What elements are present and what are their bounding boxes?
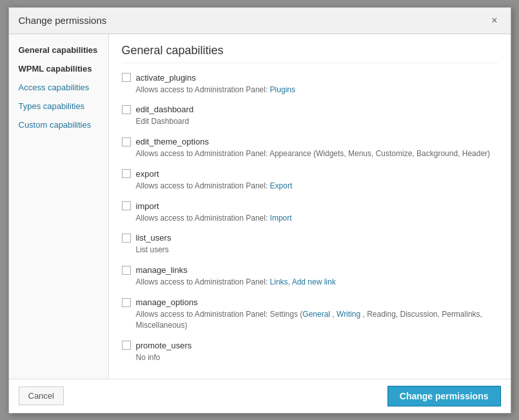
capability-manage-options: manage_options Allows access to Administ… — [122, 297, 498, 331]
capability-name-activate-plugins: activate_plugins — [136, 73, 196, 83]
sidebar: General capabilities WPML capabilities A… — [9, 34, 109, 379]
capability-name-manage-options: manage_options — [136, 297, 198, 307]
close-button[interactable]: × — [488, 14, 500, 27]
capability-desc-edit-dashboard: Edit Dashboard — [122, 116, 498, 127]
capability-desc-manage-options: Allows access to Administration Panel: S… — [122, 309, 498, 331]
capability-desc-edit-theme-options: Allows access to Administration Panel: A… — [122, 148, 498, 159]
capability-desc-activate-plugins: Allows access to Administration Panel: P… — [122, 85, 498, 95]
modal-overlay: Change permissions × General capabilitie… — [0, 0, 519, 420]
sidebar-item-general[interactable]: General capabilities — [9, 41, 108, 59]
capability-export: export Allows access to Administration P… — [122, 169, 498, 192]
desc-link-import: Import — [270, 214, 292, 223]
capability-desc-list-users: List users — [122, 245, 498, 255]
capability-promote-users: promote_users No info — [122, 341, 498, 363]
sidebar-item-access[interactable]: Access capabilities — [9, 78, 108, 97]
change-permissions-button[interactable]: Change permissions — [387, 386, 501, 406]
capability-import: import Allows access to Administration P… — [122, 201, 498, 224]
capability-desc-export: Allows access to Administration Panel: E… — [122, 181, 498, 192]
modal-header: Change permissions × — [9, 8, 511, 34]
desc-link-general: General — [302, 310, 330, 319]
desc-link-writing: Writing — [337, 310, 360, 319]
modal-body: General capabilities WPML capabilities A… — [9, 34, 511, 379]
checkbox-edit-theme-options[interactable] — [122, 137, 131, 146]
desc-link-export: Export — [270, 181, 293, 190]
modal-footer: Cancel Change permissions — [9, 379, 511, 413]
sidebar-item-wpml[interactable]: WPML capabilities — [9, 59, 108, 78]
desc-link-manage-links: Links, Add new link — [270, 277, 336, 286]
capability-desc-import: Allows access to Administration Panel: I… — [122, 213, 498, 224]
capability-edit-theme-options: edit_theme_options Allows access to Admi… — [122, 137, 498, 159]
section-title: General capabilities — [122, 44, 498, 63]
capability-name-export: export — [136, 169, 159, 179]
checkbox-edit-dashboard[interactable] — [122, 105, 131, 114]
capability-list-users: list_users List users — [122, 233, 498, 255]
capability-desc-manage-links: Allows access to Administration Panel: L… — [122, 277, 498, 288]
checkbox-export[interactable] — [122, 169, 131, 178]
checkbox-manage-options[interactable] — [122, 298, 131, 307]
capability-activate-plugins: activate_plugins Allows access to Admini… — [122, 73, 498, 95]
checkbox-activate-plugins[interactable] — [122, 73, 131, 82]
sidebar-item-custom[interactable]: Custom capabilities — [9, 115, 108, 134]
capability-manage-links: manage_links Allows access to Administra… — [122, 265, 498, 288]
modal-title: Change permissions — [19, 15, 107, 26]
checkbox-import[interactable] — [122, 201, 131, 210]
capabilities-panel: General capabilities activate_plugins Al… — [109, 34, 511, 379]
dialog: Change permissions × General capabilitie… — [8, 7, 511, 414]
capability-name-list-users: list_users — [136, 233, 171, 243]
capability-edit-dashboard: edit_dashboard Edit Dashboard — [122, 105, 498, 127]
capability-name-manage-links: manage_links — [136, 265, 188, 275]
capability-name-promote-users: promote_users — [136, 341, 192, 350]
cancel-button[interactable]: Cancel — [19, 386, 64, 405]
sidebar-item-types[interactable]: Types capabilities — [9, 97, 108, 115]
capability-desc-promote-users: No info — [122, 352, 498, 363]
checkbox-promote-users[interactable] — [122, 341, 131, 350]
checkbox-list-users[interactable] — [122, 234, 131, 243]
capability-name-edit-theme-options: edit_theme_options — [136, 137, 209, 146]
capability-name-edit-dashboard: edit_dashboard — [136, 105, 194, 114]
capability-name-import: import — [136, 201, 159, 211]
desc-link-activate-plugins: Plugins — [270, 85, 295, 94]
checkbox-manage-links[interactable] — [122, 266, 131, 275]
